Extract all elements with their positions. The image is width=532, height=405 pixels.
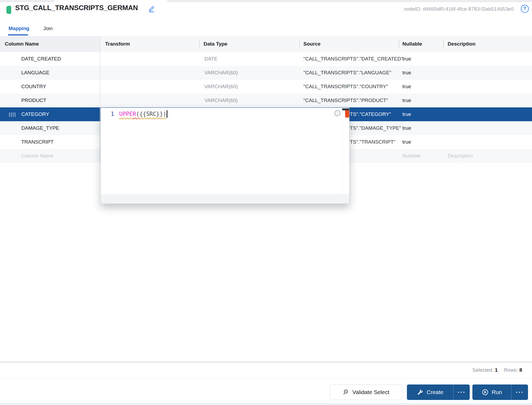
- nullable-cell: true: [402, 125, 411, 131]
- scrollbar-marker-red: [345, 110, 349, 118]
- data-type-cell: VARCHAR(60): [204, 70, 238, 76]
- magnifier-icon: [343, 389, 349, 395]
- editor-scrollbar[interactable]: [342, 108, 342, 195]
- selected-label: Selected:: [472, 367, 493, 373]
- create-button[interactable]: Create: [407, 384, 453, 400]
- column-name-cell: DATE_CREATED: [21, 56, 61, 62]
- nullable-cell: true: [402, 111, 411, 117]
- bottom-strip: [0, 403, 532, 405]
- nullable-cell: true: [402, 56, 411, 62]
- top-strip-left: [0, 0, 55, 2]
- titlebar: STG_CALL_TRANSCRIPTS_GERMAN nodeID: d466…: [0, 2, 532, 23]
- tab-join[interactable]: Join: [43, 26, 53, 31]
- table-row[interactable]: COUNTRYVARCHAR(60)"CALL_TRANSCRIPTS"."CO…: [0, 80, 532, 94]
- column-header-row: Column Name Transform Data Type Source N…: [0, 36, 532, 52]
- code-segment: (: [136, 111, 139, 117]
- editor-footer: [101, 195, 349, 204]
- header-divider: [399, 40, 399, 48]
- header-transform[interactable]: Transform: [105, 41, 130, 47]
- header-column-name[interactable]: Column Name: [5, 41, 39, 47]
- rows-label: Rows:: [504, 367, 518, 373]
- validate-select-button[interactable]: Validate Select: [330, 384, 402, 400]
- status-bar: Selected: 1 Rows: 8: [0, 362, 532, 378]
- source-cell: "CALL_TRANSCRIPTS"."PRODUCT": [303, 98, 388, 103]
- data-type-cell: VARCHAR(60): [204, 98, 238, 103]
- line-number: 1: [101, 111, 119, 117]
- text-caret: [167, 110, 167, 118]
- validate-select-label: Validate Select: [352, 389, 389, 395]
- page-title: STG_CALL_TRANSCRIPTS_GERMAN: [15, 4, 138, 12]
- column-name-cell: CATEGORY: [21, 111, 49, 117]
- table-row[interactable]: PRODUCTVARCHAR(60)"CALL_TRANSCRIPTS"."PR…: [0, 94, 532, 107]
- nullable-cell: true: [402, 70, 411, 76]
- nullable-cell: true: [402, 84, 411, 90]
- run-split-button: Run ···: [472, 384, 528, 400]
- column-name-cell: DAMAGE_TYPE: [21, 125, 59, 131]
- play-icon: [482, 389, 489, 396]
- data-type-cell: VARCHAR(60): [204, 84, 238, 90]
- create-label: Create: [427, 389, 443, 395]
- nullable-cell[interactable]: Nullable: [402, 153, 421, 159]
- run-more-button[interactable]: ···: [511, 384, 528, 400]
- column-name-cell: PRODUCT: [21, 98, 46, 103]
- code-line-content[interactable]: UPPER({{SRC}}): [119, 111, 166, 117]
- header-description[interactable]: Description: [448, 41, 476, 47]
- node-type-badge: [6, 6, 11, 14]
- column-name-cell: COUNTRY: [21, 84, 46, 90]
- column-divider: [100, 36, 100, 163]
- ellipsis-icon: ···: [458, 388, 466, 396]
- edit-title-button[interactable]: [148, 5, 155, 13]
- transform-editor-popup[interactable]: 1 UPPER({{SRC}}) i: [101, 108, 349, 204]
- table-row[interactable]: LANGUAGEVARCHAR(60)"CALL_TRANSCRIPTS"."L…: [0, 66, 532, 80]
- help-icon[interactable]: ?: [521, 5, 529, 13]
- header-nullable[interactable]: Nullable: [402, 41, 422, 47]
- create-more-button[interactable]: ···: [453, 384, 470, 400]
- code-segment: R: [133, 111, 136, 117]
- node-editor-window: STG_CALL_TRANSCRIPTS_GERMAN nodeID: d466…: [0, 0, 532, 405]
- header-data-type[interactable]: Data Type: [204, 41, 227, 47]
- info-icon[interactable]: i: [335, 110, 340, 116]
- source-cell: "CALL_TRANSCRIPTS"."LANGUAGE": [303, 70, 391, 76]
- rows-value: 8: [519, 367, 522, 373]
- selection-summary: Selected: 1 Rows: 8: [472, 367, 522, 373]
- nullable-cell: true: [402, 98, 411, 103]
- create-split-button: Create ···: [407, 384, 470, 400]
- node-id-label: nodeID: d4665df0-416f-4fce-8783-f2ab5146…: [404, 6, 514, 12]
- header-divider: [443, 40, 444, 48]
- code-line[interactable]: 1 UPPER({{SRC}}): [101, 110, 167, 118]
- run-label: Run: [492, 389, 502, 395]
- top-strip-right: [167, 0, 532, 2]
- column-name-cell: TRANSCRIPT: [21, 139, 53, 145]
- source-cell: "CALL_TRANSCRIPTS"."DATE_CREATED": [303, 56, 403, 62]
- header-divider: [299, 40, 300, 48]
- tab-mapping[interactable]: Mapping: [9, 26, 29, 31]
- scrollbar-marker-dark: [342, 108, 349, 110]
- description-cell[interactable]: Description: [448, 153, 473, 159]
- column-name-cell: LANGUAGE: [21, 70, 50, 76]
- drag-handle-icon[interactable]: [8, 112, 16, 117]
- ellipsis-icon: ···: [516, 388, 524, 396]
- header-source[interactable]: Source: [303, 41, 320, 47]
- tab-bar: Mapping Join: [0, 23, 532, 36]
- code-segment: UPPE: [119, 111, 133, 117]
- header-divider: [199, 40, 200, 48]
- table-row[interactable]: DATE_CREATEDDATE"CALL_TRANSCRIPTS"."DATE…: [0, 52, 532, 66]
- code-segment: {{SRC}}): [139, 111, 166, 117]
- action-bar: Validate Select Create ··· Run: [0, 379, 532, 403]
- run-button[interactable]: Run: [472, 384, 511, 400]
- data-type-cell: DATE: [204, 56, 217, 62]
- active-tab-indicator: [8, 34, 28, 35]
- column-name-cell[interactable]: Column Name: [21, 153, 53, 159]
- pencil-icon: [148, 5, 155, 13]
- selected-value: 1: [495, 367, 498, 373]
- nullable-cell: true: [402, 139, 411, 145]
- source-cell: "CALL_TRANSCRIPTS"."COUNTRY": [303, 84, 388, 90]
- wrench-icon: [417, 389, 423, 396]
